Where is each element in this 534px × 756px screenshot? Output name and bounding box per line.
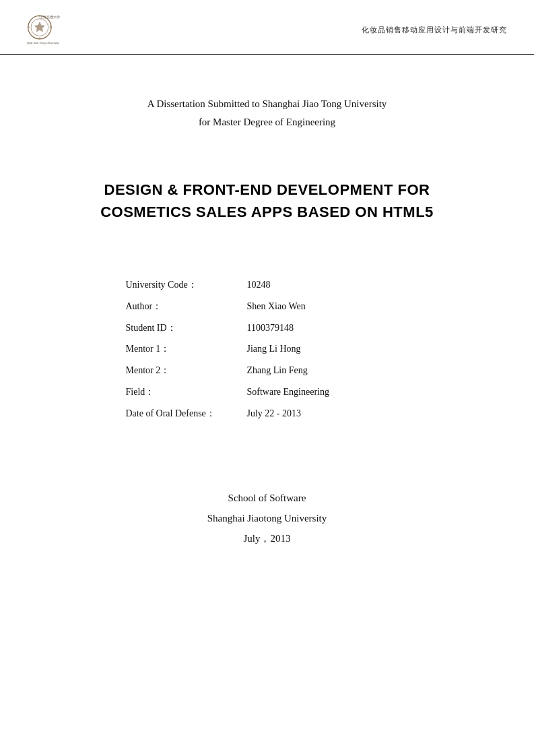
footer-date: July，2013: [207, 528, 327, 548]
subtitle-line2: for Master Degree of Engineering: [147, 113, 387, 131]
main-title-line2: COSMETICS SALES APPS BASED ON HTML5: [100, 201, 434, 223]
svg-marker-2: [34, 22, 45, 32]
footer-info: School of Software Shanghai Jiaotong Uni…: [207, 488, 327, 548]
info-label: University Code：: [126, 277, 247, 293]
footer-school: School of Software: [207, 488, 327, 508]
info-table: University Code：10248Author：Shen Xiao We…: [126, 277, 409, 427]
info-value: July 22 - 2013: [247, 406, 409, 422]
info-value: Jiang Li Hong: [247, 341, 409, 357]
info-label: Student ID：: [126, 320, 247, 336]
info-value: Zhang Lin Feng: [247, 363, 409, 379]
info-label: Mentor 2：: [126, 363, 247, 379]
info-value: 1100379148: [247, 320, 409, 336]
svg-point-5: [27, 26, 29, 28]
svg-point-6: [50, 26, 52, 28]
svg-text:Shanghai Jiao Tong University: Shanghai Jiao Tong University: [27, 41, 59, 44]
subtitle-line1: A Dissertation Submitted to Shanghai Jia…: [147, 95, 387, 113]
info-label: Field：: [126, 384, 247, 400]
info-row: Student ID：1100379148: [126, 320, 409, 336]
info-label: Mentor 1：: [126, 341, 247, 357]
header-chinese-title: 化妆品销售移动应用设计与前端开发研究: [362, 25, 507, 35]
subtitle: A Dissertation Submitted to Shanghai Jia…: [147, 95, 387, 131]
info-label: Date of Oral Defense：: [126, 406, 247, 422]
info-row: University Code：10248: [126, 277, 409, 293]
info-value: Shen Xiao Wen: [247, 298, 409, 315]
info-label: Author：: [126, 298, 247, 315]
header: Shanghai Jiao Tong University 上海交通大学 化妆品…: [0, 0, 534, 55]
info-row: Mentor 2：Zhang Lin Feng: [126, 363, 409, 379]
info-row: Date of Oral Defense：July 22 - 2013: [126, 406, 409, 422]
logo-area: Shanghai Jiao Tong University 上海交通大学: [27, 12, 67, 47]
page: Shanghai Jiao Tong University 上海交通大学 化妆品…: [0, 0, 534, 756]
svg-point-4: [38, 38, 40, 40]
svg-text:上海交通大学: 上海交通大学: [40, 15, 60, 19]
university-logo-icon: Shanghai Jiao Tong University 上海交通大学: [27, 12, 67, 47]
main-title-line1: DESIGN & FRONT-END DEVELOPMENT FOR: [100, 179, 434, 201]
main-title: DESIGN & FRONT-END DEVELOPMENT FOR COSME…: [100, 179, 434, 223]
info-row: Author：Shen Xiao Wen: [126, 298, 409, 315]
footer-university: Shanghai Jiaotong University: [207, 508, 327, 528]
info-row: Field：Software Engineering: [126, 384, 409, 400]
info-row: Mentor 1：Jiang Li Hong: [126, 341, 409, 357]
content: A Dissertation Submitted to Shanghai Jia…: [0, 55, 534, 548]
info-value: 10248: [247, 277, 409, 293]
info-value: Software Engineering: [247, 384, 409, 400]
info-section: University Code：10248Author：Shen Xiao We…: [40, 277, 494, 427]
